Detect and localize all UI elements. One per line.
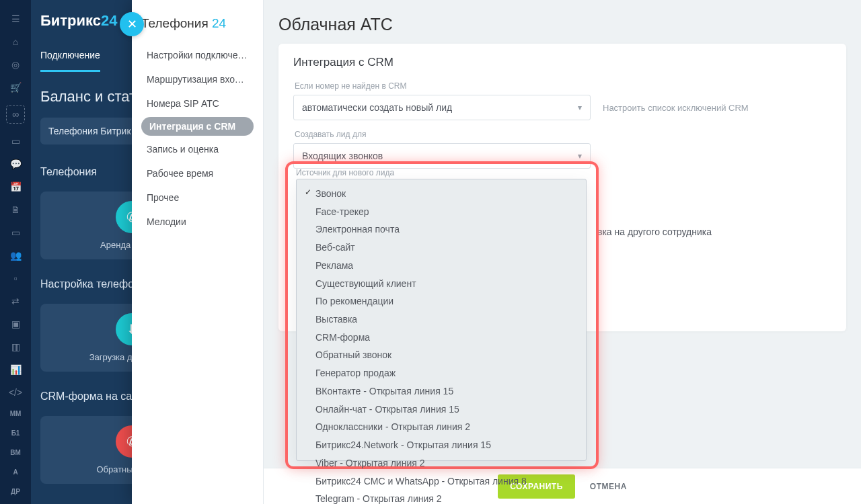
android-icon[interactable]: ▣ (9, 319, 22, 329)
cart-icon[interactable]: 🛒 (9, 82, 22, 93)
people-icon[interactable]: 👥 (9, 250, 22, 261)
dropdown-option[interactable]: CRM-форма (305, 329, 578, 347)
dropdown-option[interactable]: Выставка (305, 310, 578, 329)
overlay-sidebar: Телефония 24 Настройки подключенияМаршру… (132, 0, 264, 504)
subnav-item[interactable]: Запись и оценка (141, 138, 254, 160)
calendar-icon[interactable]: 📅 (9, 181, 22, 192)
chevron-down-icon: ▾ (578, 103, 582, 112)
page-title: Облачная АТС (278, 15, 846, 34)
menu-icon[interactable]: ☰ (9, 13, 22, 24)
link-exclusions[interactable]: Настроить список исключений CRM (603, 103, 749, 113)
overlay-subnav: Настройки подключенияМаршрутизация входя… (141, 44, 254, 233)
dropdown-option[interactable]: Битрикс24 СМС и WhatsApp - Открытая лини… (305, 472, 578, 491)
subnav-item[interactable]: Интеграция с CRM (141, 117, 254, 136)
target-icon[interactable]: ◎ (9, 59, 22, 70)
link-icon: ∞ (9, 108, 22, 121)
home-icon[interactable]: ⌂ (9, 36, 22, 47)
dropdown-option[interactable]: Реклама (305, 257, 578, 275)
dropdown-option[interactable]: Face-трекер (305, 203, 578, 221)
chevron-down-icon: ▾ (578, 151, 582, 161)
chat-icon[interactable]: 💬 (9, 159, 22, 169)
transfer-icon[interactable]: ⇄ (9, 296, 22, 306)
dropdown-option[interactable]: Онлайн-чат - Открытая линия 15 (305, 401, 578, 419)
cancel-button[interactable]: ОТМЕНА (590, 482, 627, 491)
dropdown-option[interactable]: Генератор продаж (305, 364, 578, 382)
rail-a[interactable]: A (13, 468, 17, 476)
subnav-item[interactable]: Маршрутизация входящ… (141, 69, 254, 90)
book-icon[interactable]: ▥ (9, 341, 22, 352)
truncated-row-text: вка на другого сотрудника (597, 226, 831, 237)
subnav-item[interactable]: Прочее (141, 187, 254, 208)
brand-name: Битрикс (40, 12, 101, 29)
tab-connection[interactable]: Подключение (40, 40, 100, 72)
rail-b1[interactable]: Б1 (11, 429, 20, 437)
select-value: автоматически создать новый лид (302, 102, 452, 113)
close-icon: ✕ (127, 17, 137, 32)
dropdown-option[interactable]: По рекомендации (305, 292, 578, 310)
dropdown-option[interactable]: Электронная почта (305, 220, 578, 239)
wallet-icon[interactable]: ▭ (9, 227, 22, 238)
close-button[interactable]: ✕ (120, 12, 144, 36)
active-module-indicator[interactable]: ∞ (6, 105, 25, 124)
card-title: Интеграция с CRM (293, 56, 831, 69)
select-not-found-action[interactable]: автоматически создать новый лид ▾ (293, 95, 591, 120)
field-create-lead-label: Создавать лид для (295, 130, 831, 139)
card-icon[interactable]: ▭ (9, 136, 22, 146)
dropdown-option[interactable]: Telegram - Открытая линия 2 (305, 490, 578, 504)
select-create-lead-for[interactable]: Входящих звонков ▾ (293, 143, 591, 169)
overlay-title-a: Телефония (141, 16, 212, 30)
subnav-item[interactable]: Настройки подключения (141, 44, 254, 66)
document-icon[interactable]: 🗎 (9, 204, 22, 215)
dropdown-option[interactable]: ВКонтакте - Открытая линия 15 (305, 382, 578, 401)
badge-icon[interactable]: ▫ (9, 273, 22, 284)
rail-dr[interactable]: ДР (11, 488, 20, 495)
subnav-item[interactable]: Рабочее время (141, 163, 254, 184)
dropdown-option[interactable]: Viber - Открытая линия 2 (305, 454, 578, 472)
code-icon[interactable]: </> (9, 387, 22, 398)
subnav-item[interactable]: Мелодии (141, 211, 254, 233)
dropdown-option[interactable]: Обратный звонок (305, 346, 578, 364)
dropdown-option[interactable]: Битрикс24.Network - Открытая линия 15 (305, 436, 578, 454)
overlay-title: Телефония 24 (141, 16, 254, 31)
dropdown-option[interactable]: Звонок (305, 185, 578, 203)
select-value: Входящих звонков (302, 151, 383, 161)
dropdown-option[interactable]: Одноклассники - Открытая линия 2 (305, 418, 578, 436)
brand-suffix: 24 (101, 12, 117, 29)
field-lead-source-label: Источник для нового лида (296, 168, 394, 177)
brand: Битрикс24 (40, 12, 118, 30)
rail-bm[interactable]: BM (10, 449, 21, 456)
rail-mm[interactable]: MM (10, 410, 22, 417)
dropdown-option[interactable]: Веб-сайт (305, 239, 578, 257)
field-not-found-label: Если номер не найден в CRM (295, 81, 831, 91)
dropdown-option[interactable]: Существующий клиент (305, 275, 578, 293)
nav-rail: ☰ ⌂ ◎ 🛒 ∞ ▭ 💬 📅 🗎 ▭ 👥 ▫ ⇄ ▣ ▥ 📊 </> MM Б… (0, 0, 31, 504)
chart-icon[interactable]: 📊 (9, 364, 22, 375)
subnav-item[interactable]: Номера SIP АТС (141, 93, 254, 114)
dropdown-lead-source[interactable]: ЗвонокFace-трекерЭлектронная почтаВеб-са… (296, 179, 587, 461)
overlay-title-b: 24 (212, 16, 226, 30)
